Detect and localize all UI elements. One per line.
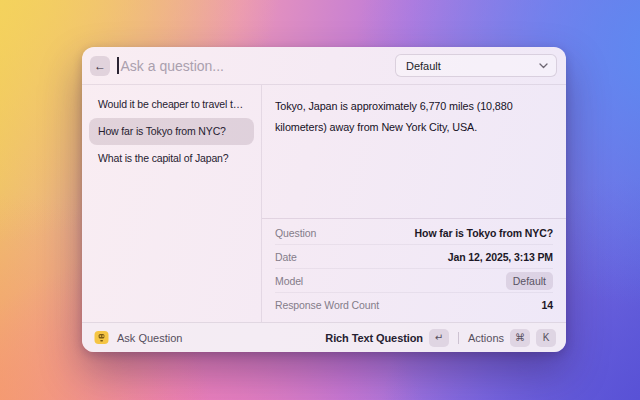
metadata-row: Response Word Count 14 <box>275 293 553 317</box>
question-list-item[interactable]: Would it be cheaper to travel to Euro... <box>89 91 254 118</box>
actions-label: Actions <box>468 332 504 344</box>
return-key-icon[interactable]: ↵ <box>429 329 449 347</box>
metadata-row: Date Jan 12, 2025, 3:13 PM <box>275 245 553 269</box>
answer-text: Tokyo, Japan is approximately 6,770 mile… <box>262 85 566 218</box>
search-placeholder: Ask a question... <box>121 58 225 74</box>
app-title: Ask Question <box>117 332 182 344</box>
metadata-label: Question <box>275 227 316 239</box>
answer-panel: Tokyo, Japan is approximately 6,770 mile… <box>262 85 566 322</box>
question-list: Would it be cheaper to travel to Euro...… <box>82 85 262 322</box>
metadata-value: Jan 12, 2025, 3:13 PM <box>448 251 553 263</box>
chevron-down-icon <box>539 63 548 69</box>
metadata-value: How far is Tokyo from NYC? <box>415 227 553 239</box>
metadata-row: Model Default <box>275 269 553 293</box>
metadata-label: Date <box>275 251 297 263</box>
text-cursor <box>117 57 119 74</box>
topbar: ← Ask a question... Default <box>82 47 566 85</box>
question-list-item-selected[interactable]: How far is Tokyo from NYC? <box>89 118 254 145</box>
question-list-item[interactable]: What is the capital of Japan? <box>89 145 254 172</box>
raycast-window: ← Ask a question... Default Would it be … <box>82 47 566 352</box>
metadata-value: 14 <box>542 299 553 311</box>
k-key-label: K <box>536 329 556 347</box>
actions-button[interactable]: Actions ⌘ K <box>468 329 556 347</box>
back-button[interactable]: ← <box>90 56 110 76</box>
desktop-background: ← Ask a question... Default Would it be … <box>0 0 640 400</box>
ask-question-icon <box>94 330 109 345</box>
ask-question-input[interactable]: Ask a question... <box>117 57 395 74</box>
back-arrow-icon: ← <box>94 59 106 73</box>
model-dropdown-value: Default <box>406 60 441 72</box>
footer-actions: Rich Text Question ↵ Actions ⌘ K <box>325 329 556 347</box>
window-body: Would it be cheaper to travel to Euro...… <box>82 85 566 322</box>
command-key-icon: ⌘ <box>510 329 530 347</box>
primary-action-button[interactable]: Rich Text Question <box>325 332 423 344</box>
divider <box>458 332 459 344</box>
metadata-label: Response Word Count <box>275 299 379 311</box>
metadata-section: Question How far is Tokyo from NYC? Date… <box>262 218 566 322</box>
model-dropdown[interactable]: Default <box>395 54 557 77</box>
model-badge: Default <box>506 272 553 290</box>
action-bar: Ask Question Rich Text Question ↵ Action… <box>82 322 566 352</box>
metadata-label: Model <box>275 275 303 287</box>
metadata-row: Question How far is Tokyo from NYC? <box>275 221 553 245</box>
